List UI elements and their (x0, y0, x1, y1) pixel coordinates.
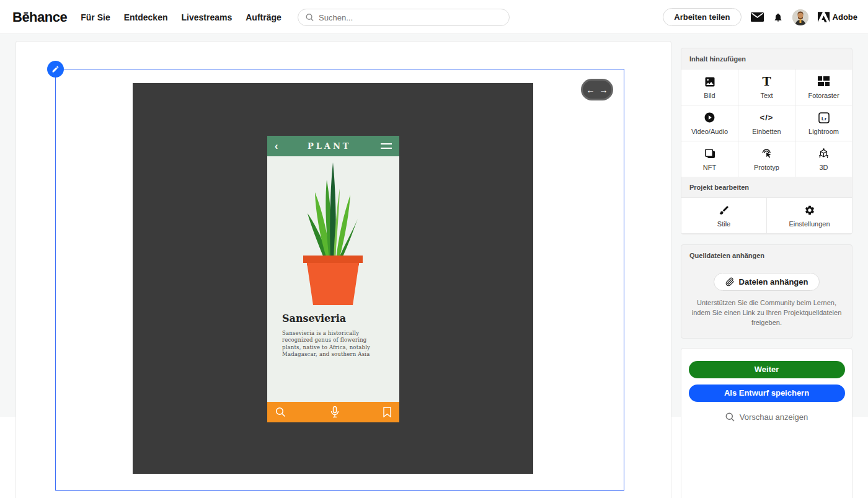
bell-icon[interactable] (773, 12, 783, 23)
tool-nft[interactable]: NFT (681, 141, 738, 177)
attach-sources-header: Quelldateien anhängen (681, 245, 852, 265)
tool-photogrid[interactable]: Fotoraster (795, 69, 852, 105)
project-editor-canvas: ‹ PLANT San (16, 41, 671, 498)
paperclip-icon (725, 277, 735, 287)
nav-link-livestreams[interactable]: Livestreams (182, 12, 232, 22)
search-icon (725, 412, 735, 422)
arrow-right-icon: → (600, 85, 608, 95)
plant-app-header: ‹ PLANT (267, 136, 399, 156)
adobe-logo[interactable]: Adobe (818, 12, 857, 22)
show-preview-link[interactable]: Vorschau anzeigen (725, 412, 808, 422)
uploaded-image[interactable]: ‹ PLANT San (133, 83, 533, 474)
play-icon (704, 112, 715, 123)
search-input[interactable] (319, 13, 502, 22)
menu-icon (381, 143, 392, 149)
adobe-mark-icon (818, 12, 830, 22)
nav-link-for-you[interactable]: Für Sie (81, 12, 110, 22)
svg-text:Lr: Lr (822, 115, 826, 121)
arrow-left-icon: ← (587, 85, 595, 95)
brush-icon (719, 205, 730, 216)
tool-styles[interactable]: Stile (681, 198, 766, 233)
tool-3d[interactable]: 3D (795, 141, 852, 177)
tool-image[interactable]: Bild (681, 69, 738, 105)
tool-embed[interactable]: </> Einbetten (738, 105, 795, 141)
prototype-icon (761, 148, 773, 159)
cube-icon (818, 148, 830, 159)
search-icon (306, 13, 314, 22)
sansevieria-illustration (290, 159, 376, 308)
edit-project-header: Projekt bearbeiten (681, 177, 852, 197)
nft-icon (704, 148, 715, 159)
content-tools-panel: Inhalt hinzufügen Bild T Text Fotoraster… (681, 48, 852, 234)
bookmark-icon (383, 407, 391, 417)
edit-module-button[interactable] (47, 61, 64, 78)
top-navbar: Bēhance Für Sie Entdecken Livestreams Au… (0, 0, 868, 34)
tool-prototype[interactable]: Prototyp (738, 141, 795, 177)
lightroom-icon: Lr (818, 112, 830, 123)
plant-description: Sansevieria is a historically recognized… (282, 330, 384, 358)
plant-app-toolbar (267, 402, 399, 422)
search-input-container[interactable] (298, 9, 510, 26)
photogrid-icon (818, 76, 830, 87)
save-draft-button[interactable]: Als Entwurf speichern (689, 385, 845, 402)
mail-icon[interactable] (751, 12, 764, 22)
embed-icon: </> (760, 113, 774, 122)
plant-app-mockup: ‹ PLANT San (267, 136, 399, 422)
nav-link-jobs[interactable]: Aufträge (246, 12, 281, 22)
pencil-icon (51, 65, 60, 73)
search-icon (275, 407, 286, 417)
plant-app-title: PLANT (278, 141, 381, 151)
plant-app-body: Sansevieria Sansevieria is a historicall… (267, 156, 399, 402)
user-avatar[interactable] (792, 9, 808, 25)
nav-link-discover[interactable]: Entdecken (124, 12, 168, 22)
tool-video-audio[interactable]: Video/Audio (681, 105, 738, 141)
reorder-arrows-button[interactable]: ← → (581, 79, 613, 100)
tool-lightroom[interactable]: Lr Lightroom (795, 105, 852, 141)
attach-sources-description: Unterstützen Sie die Community beim Lern… (690, 298, 843, 328)
gear-icon (804, 205, 815, 216)
attach-files-button[interactable]: Dateien anhängen (714, 273, 820, 291)
plant-name-heading: Sansevieria (282, 313, 346, 324)
image-icon (704, 76, 716, 88)
tool-settings[interactable]: Einstellungen (767, 198, 852, 233)
publish-actions-panel: Weiter Als Entwurf speichern Vorschau an… (681, 348, 852, 498)
source-files-panel: Quelldateien anhängen Dateien anhängen U… (681, 244, 852, 339)
editor-sidebar: Inhalt hinzufügen Bild T Text Fotoraster… (681, 48, 852, 498)
microphone-icon (330, 406, 339, 418)
continue-button[interactable]: Weiter (689, 361, 845, 378)
text-icon: T (762, 76, 771, 87)
add-content-header: Inhalt hinzufügen (681, 48, 852, 69)
behance-logo[interactable]: Bēhance (12, 9, 67, 25)
tool-text[interactable]: T Text (738, 69, 795, 105)
share-work-button[interactable]: Arbeiten teilen (663, 8, 741, 26)
